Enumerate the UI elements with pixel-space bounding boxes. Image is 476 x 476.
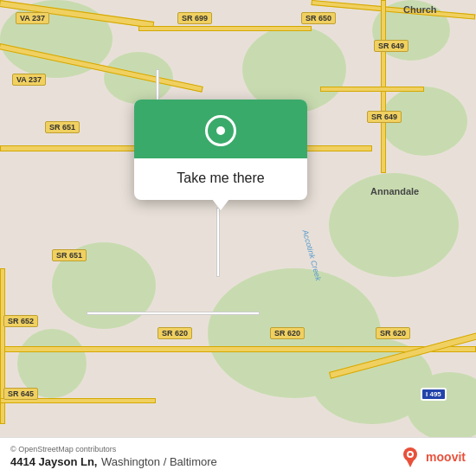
road-label-sr652: SR 652 [3, 315, 38, 327]
road-label-va237-top: VA 237 [16, 12, 49, 24]
road-label-sr620-mid: SR 620 [270, 327, 305, 339]
road [138, 26, 312, 31]
popup-header [134, 100, 307, 158]
svg-marker-1 [406, 459, 415, 467]
attribution-text: © OpenStreetMap contributors [10, 445, 217, 453]
bottom-left: © OpenStreetMap contributors 4414 Jayson… [10, 445, 217, 469]
road-label-i495: I 495 [421, 388, 447, 401]
road-label-va237-mid: VA 237 [12, 74, 46, 86]
location-pin-icon [203, 113, 238, 148]
pin-outer [205, 115, 236, 146]
road-label-sr620-right: SR 620 [376, 327, 410, 339]
popup-card: Take me there [134, 100, 307, 200]
svg-point-3 [408, 453, 412, 456]
road-label-sr649-top: SR 649 [374, 40, 408, 52]
city-text: Washington / Baltimore [101, 455, 217, 468]
moovit-icon [398, 445, 422, 469]
road-label-sr699: SR 699 [177, 12, 212, 24]
map-container: VA 237 SR 699 SR 650 SR 649 VA 237 SR 65… [0, 0, 476, 476]
pin-inner [216, 126, 225, 135]
road-label-sr650: SR 650 [301, 12, 336, 24]
popup-tail [212, 199, 229, 210]
take-me-there-button[interactable]: Take me there [177, 169, 264, 188]
road [87, 312, 260, 315]
moovit-text: moovit [426, 450, 466, 464]
road [320, 87, 424, 92]
road-label-sr649-mid: SR 649 [367, 111, 402, 123]
road-label-sr651-left: SR 651 [45, 121, 80, 133]
place-label-church: Church [403, 4, 437, 15]
address-line: 4414 Jayson Ln, Washington / Baltimore [10, 453, 217, 469]
road-label-sr645: SR 645 [3, 388, 38, 400]
moovit-logo: moovit [398, 445, 466, 469]
address-text: 4414 Jayson Ln, [10, 455, 97, 468]
bottom-bar: © OpenStreetMap contributors 4414 Jayson… [0, 437, 476, 476]
popup-body: Take me there [134, 158, 307, 200]
road-label-sr651-bottom: SR 651 [52, 249, 87, 261]
place-label-annandale: Annandale [370, 186, 419, 196]
road [216, 208, 220, 277]
road-label-sr620-left: SR 620 [158, 327, 192, 339]
